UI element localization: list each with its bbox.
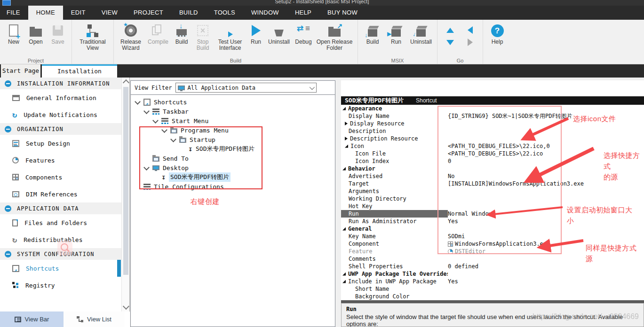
tab-installation-designer[interactable]: Installation Designer	[42, 64, 117, 78]
sidebar-item-features[interactable]: Features	[0, 152, 129, 169]
debug-button[interactable]: Debug	[293, 22, 314, 45]
sidebar-footer: View Bar View List	[0, 311, 130, 327]
file-icon	[12, 219, 18, 226]
sidebar-item-files-and-folders[interactable]: Files and Folders	[0, 214, 129, 231]
tree-item-taskbar[interactable]: Taskbar	[131, 107, 335, 116]
new-button[interactable]: New	[3, 22, 24, 45]
tab-start-page[interactable]: Start Page	[1, 64, 40, 78]
ribbon-group-msix: Build Run Uninstall MSIX	[358, 20, 437, 64]
group-label-build: Build	[114, 58, 358, 63]
sidebar-item-registry[interactable]: Registry	[0, 277, 129, 294]
property-row-icon-file[interactable]: Icon File <PATH_TO_DEBUG_FILES>\22.ico	[341, 150, 644, 157]
expanded-marker-icon[interactable]	[342, 272, 346, 276]
menu-edit[interactable]: EDIT	[63, 6, 94, 20]
dim-box-icon	[12, 191, 19, 197]
section-organization[interactable]: ORGANIZATION	[0, 123, 129, 135]
chevron-down-icon[interactable]	[143, 108, 150, 114]
sidebar-item-components[interactable]: Components	[0, 169, 129, 186]
ribbon-group-traditional: Traditional View	[72, 20, 114, 64]
expanded-marker-icon[interactable]	[342, 227, 346, 231]
save-button[interactable]: Save	[47, 22, 69, 45]
help-button[interactable]: Help	[486, 22, 509, 45]
test-user-interface-button[interactable]: Test User Interface	[214, 22, 246, 51]
tree-item-start-menu[interactable]: Start Menu	[131, 116, 335, 125]
go-forward-arrow-icon[interactable]	[468, 39, 473, 46]
uninstall-button[interactable]: Uninstall	[265, 22, 293, 45]
sidebar-item-redistributables[interactable]: Redistributables	[0, 231, 129, 248]
release-wizard-button[interactable]: Release Wizard	[117, 22, 145, 51]
compile-button[interactable]: Compile	[145, 22, 171, 45]
menu-view[interactable]: VIEW	[94, 6, 126, 20]
go-back-arrow-icon[interactable]	[468, 26, 473, 34]
sidebar-item-dim-references[interactable]: DIM References	[0, 186, 129, 202]
expanded-marker-icon[interactable]	[342, 167, 346, 171]
open-release-folder-button[interactable]: Open Release Folder	[314, 22, 355, 51]
components-grid-icon	[12, 174, 19, 180]
chevron-down-icon[interactable]	[135, 99, 141, 105]
go-up-arrow-icon[interactable]	[446, 28, 454, 33]
go-down-arrow-icon[interactable]	[446, 40, 454, 45]
view-bar-button[interactable]: View Bar	[0, 311, 64, 327]
sidebar-scrollbar[interactable]	[121, 78, 130, 311]
scrollbar-thumb[interactable]	[123, 87, 128, 275]
property-row-arguments[interactable]: Arguments	[341, 187, 644, 195]
expanded-marker-icon[interactable]	[345, 145, 348, 148]
sidebar-item-update-notifications[interactable]: Update Notifications	[0, 106, 129, 123]
property-row-appearance[interactable]: Appearance	[341, 105, 644, 112]
tree-item-shortcuts[interactable]: Shortcuts	[131, 97, 335, 107]
property-row-target[interactable]: Target [INSTALLDIR]WindowsFormsApplicati…	[341, 180, 644, 187]
property-row-uwp-tile-overrides[interactable]: UWP App Package Tile Overrides	[341, 270, 644, 278]
property-row-description-resource[interactable]: Description Resource	[341, 135, 644, 142]
group-label-project: Project	[0, 58, 72, 63]
sidebar-item-setup-design[interactable]: Setup Design	[0, 135, 129, 152]
msix-run-button[interactable]: Run	[384, 22, 408, 45]
run-button[interactable]: Run	[246, 22, 265, 45]
section-installation-information[interactable]: INSTALLATION INFORMATION	[0, 78, 129, 89]
property-row-general[interactable]: General	[341, 225, 644, 233]
expanded-marker-icon[interactable]	[342, 280, 346, 283]
selected-object-type: Shortcut	[416, 97, 437, 104]
traditional-view-button[interactable]: Traditional View	[75, 22, 111, 51]
section-system-configuration[interactable]: SYSTEM CONFIGURATION	[0, 248, 129, 260]
property-row-include-in-uwp-app-package[interactable]: Include in UWP App Package Yes	[341, 278, 644, 285]
sidebar-item-general-information[interactable]: General Information	[0, 89, 129, 106]
property-row-description[interactable]: Description	[341, 127, 644, 135]
property-row-key-name[interactable]: Key Name SODmi	[341, 233, 644, 240]
chevron-down-icon[interactable]	[152, 117, 159, 124]
view-list-button[interactable]: View List	[64, 311, 125, 327]
view-filter-dropdown[interactable]: All Application Data	[175, 83, 317, 93]
property-row-behavior[interactable]: Behavior	[341, 165, 644, 172]
collapsed-marker-icon[interactable]	[345, 122, 348, 125]
property-row-advertised[interactable]: Advertised No	[341, 172, 644, 180]
pie-chart-icon	[12, 157, 19, 164]
property-row-background-color[interactable]: Background Color	[341, 293, 644, 300]
msix-build-box-icon	[368, 29, 377, 37]
sidebar-item-shortcuts[interactable]: Shortcuts	[0, 260, 129, 277]
property-row-icon[interactable]: Icon <PATH_TO_DEBUG_FILES>\22.ico,0	[341, 142, 644, 150]
collapse-circle-icon	[5, 80, 11, 87]
menu-project[interactable]: PROJECT	[126, 6, 171, 20]
scroll-down-icon[interactable]	[123, 303, 129, 310]
section-application-data[interactable]: APPLICATION DATA	[0, 202, 129, 214]
open-button[interactable]: Open	[24, 22, 47, 45]
menu-file[interactable]: FILE	[0, 6, 28, 20]
scroll-up-icon[interactable]	[123, 79, 129, 86]
build-button[interactable]: Build	[171, 22, 192, 45]
expanded-marker-icon[interactable]	[342, 107, 346, 110]
open-release-folder-icon	[328, 29, 341, 37]
property-row-icon-index[interactable]: Icon Index 0	[341, 157, 644, 165]
menu-help[interactable]: HELP	[287, 6, 319, 20]
collapsed-marker-icon[interactable]	[345, 137, 348, 140]
sync-icon	[12, 110, 17, 119]
msix-build-button[interactable]: Build	[361, 22, 384, 45]
menu-window[interactable]: WINDOW	[243, 6, 287, 20]
property-row-working-directory[interactable]: Working Directory	[341, 195, 644, 202]
menu-build[interactable]: BUILD	[171, 6, 206, 20]
menu-tools[interactable]: TOOLS	[206, 6, 243, 20]
property-row-short-name[interactable]: Short Name	[341, 285, 644, 293]
menu-home[interactable]: HOME	[28, 6, 63, 20]
save-floppy-icon	[53, 25, 63, 36]
stop-build-button[interactable]: Stop Build	[192, 22, 214, 51]
msix-uninstall-button[interactable]: Uninstall	[408, 22, 434, 45]
menu-buy-now[interactable]: BUY NOW	[319, 6, 366, 20]
